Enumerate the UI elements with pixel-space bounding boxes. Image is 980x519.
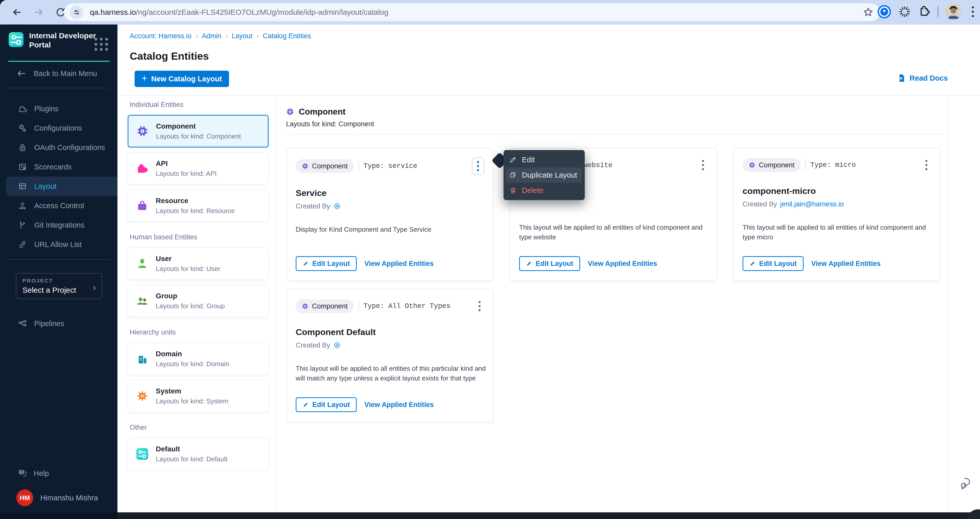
gears-icon: [18, 123, 27, 133]
module-grid-icon[interactable]: [94, 38, 108, 51]
entity-desc: Layouts for kind: System: [156, 397, 229, 405]
resource-bag-icon: [136, 200, 148, 211]
sidebar-divider: [9, 88, 109, 88]
new-catalog-layout-button[interactable]: + New Catalog Layout: [135, 71, 229, 87]
menu-item-edit[interactable]: Edit: [504, 152, 585, 167]
vertical-divider: [276, 96, 276, 513]
sidebar-item-scorecards[interactable]: Scorecards: [0, 157, 118, 176]
entity-desc: Layouts for kind: Default: [156, 455, 227, 463]
entity-desc: Layouts for kind: User: [156, 265, 220, 273]
edit-layout-button[interactable]: Edit Layout: [519, 256, 580, 271]
browser-menu-icon[interactable]: [968, 6, 977, 17]
entity-item-domain[interactable]: Domain Layouts for kind: Domain: [128, 343, 269, 375]
badge-label: Component: [312, 162, 348, 170]
created-by-row: Created By: [296, 202, 484, 211]
card-description: This layout will be applied to all entit…: [743, 223, 936, 242]
toolbar-separator: [937, 6, 939, 17]
entity-item-component[interactable]: Component Layouts for kind: Component: [128, 115, 269, 148]
url-bar[interactable]: qa.harness.io/ng/account/zEaak-FLS425IEO…: [64, 3, 880, 21]
read-docs-label: Read Docs: [910, 74, 948, 83]
user-initials: HM: [20, 494, 30, 502]
created-by-label: Created By: [296, 202, 330, 210]
menu-item-duplicate-layout[interactable]: Duplicate Layout: [506, 167, 582, 183]
edit-layout-button[interactable]: Edit Layout: [296, 397, 357, 412]
browser-profile-avatar[interactable]: [945, 3, 962, 20]
card-menu-button[interactable]: [698, 157, 708, 173]
lock-icon: [18, 142, 27, 152]
extension-spinner-icon[interactable]: [898, 5, 911, 18]
sidebar-item-access-control[interactable]: Access Control: [0, 196, 118, 215]
sidebar-item-oauth-configurations[interactable]: OAuth Configurations: [0, 138, 118, 157]
user-menu[interactable]: HM Himanshu Mishra: [16, 489, 98, 506]
component-chip-icon: [286, 108, 294, 116]
view-applied-entities-link[interactable]: View Applied Entities: [364, 260, 434, 268]
site-info-icon[interactable]: [70, 6, 83, 19]
sidebar-item-configurations[interactable]: Configurations: [0, 118, 118, 138]
sidebar-item-layout[interactable]: Layout: [6, 176, 118, 196]
type-label: Type: All Other Types: [364, 302, 450, 310]
created-by-row: [519, 200, 708, 208]
created-by-label: Created By: [743, 200, 777, 208]
forward-icon[interactable]: [32, 6, 45, 19]
nav-label: OAuth Configurations: [34, 143, 105, 152]
git-branch-icon: [18, 220, 27, 230]
menu-item-delete[interactable]: Delete: [504, 183, 585, 198]
card-description: This layout will be applied to all entit…: [519, 223, 713, 242]
edit-layout-button[interactable]: Edit Layout: [743, 256, 803, 271]
copy-icon: [509, 171, 517, 179]
extensions-puzzle-icon[interactable]: [918, 5, 931, 18]
entity-desc: Layouts for kind: Group: [156, 302, 225, 310]
pencil-icon: [749, 260, 756, 267]
entity-item-user[interactable]: User Layouts for kind: User: [128, 247, 269, 280]
created-by-email-link[interactable]: jenil.jain@harness.io: [780, 200, 844, 208]
component-chip-icon: [749, 162, 755, 168]
entity-name: Default: [156, 445, 227, 453]
content-right-border: [948, 96, 948, 513]
breadcrumb-account[interactable]: Account: Harness.io: [130, 32, 191, 40]
breadcrumb-catalog-entities[interactable]: Catalog Entities: [263, 32, 311, 40]
card-menu-button[interactable]: [475, 298, 484, 314]
sidebar-item-git-integrations[interactable]: Git Integrations: [0, 215, 118, 235]
bookmark-star-icon[interactable]: [862, 6, 874, 18]
new-catalog-layout-label: New Catalog Layout: [151, 75, 222, 83]
chevron-icon: ›: [226, 32, 228, 40]
entity-list: Individual Entities Component Layouts fo…: [128, 101, 269, 475]
entity-item-default[interactable]: Default Layouts for kind: Default: [128, 438, 269, 470]
read-docs-link[interactable]: Read Docs: [897, 73, 948, 83]
back-icon[interactable]: [10, 6, 24, 19]
view-applied-entities-link[interactable]: View Applied Entities: [811, 260, 881, 268]
entity-item-api[interactable]: API Layouts for kind: API: [128, 152, 269, 185]
view-applied-entities-link[interactable]: View Applied Entities: [364, 401, 434, 409]
sidebar-item-url-allow-list[interactable]: URL Allow List: [0, 235, 118, 254]
entity-item-resource[interactable]: Resource Layouts for kind: Resource: [128, 189, 269, 222]
card-menu-button[interactable]: [922, 157, 931, 173]
component-chip-icon: [302, 163, 309, 170]
help-item[interactable]: ? Help: [18, 467, 49, 479]
password-manager-icon[interactable]: [877, 5, 891, 19]
feedback-chat-icon[interactable]: [959, 475, 974, 490]
pencil-icon: [302, 260, 309, 267]
entity-name: User: [156, 255, 220, 263]
layout-icon: [18, 181, 27, 191]
project-selector[interactable]: PROJECT Select a Project ›: [16, 273, 102, 299]
edit-layout-button[interactable]: Edit Layout: [296, 256, 357, 271]
layout-card-component-micro: Component Type: micro component-micro Cr…: [733, 148, 940, 281]
puzzle-icon: [18, 103, 27, 114]
edit-layout-label: Edit Layout: [536, 260, 573, 268]
view-applied-entities-link[interactable]: View Applied Entities: [588, 260, 657, 268]
docs-icon: [897, 73, 906, 83]
card-menu-button[interactable]: [472, 157, 484, 175]
sidebar-item-pipelines[interactable]: Pipelines: [0, 314, 118, 333]
breadcrumb-admin[interactable]: Admin: [202, 32, 221, 40]
nav-label: Pipelines: [34, 319, 64, 328]
entity-desc: Layouts for kind: API: [156, 170, 216, 178]
entity-item-group[interactable]: Group Layouts for kind: Group: [128, 284, 269, 317]
sidebar-item-plugins[interactable]: Plugins: [0, 99, 118, 118]
url-text: qa.harness.io/ng/account/zEaak-FLS425IEO…: [90, 8, 388, 17]
breadcrumb-layout[interactable]: Layout: [232, 32, 253, 40]
chevron-right-icon: ›: [93, 282, 96, 293]
back-to-main-menu[interactable]: Back to Main Menu: [16, 67, 97, 79]
nav-label: Git Integrations: [34, 221, 84, 229]
accent-divider: [8, 61, 110, 62]
entity-item-system[interactable]: System Layouts for kind: System: [128, 380, 269, 412]
